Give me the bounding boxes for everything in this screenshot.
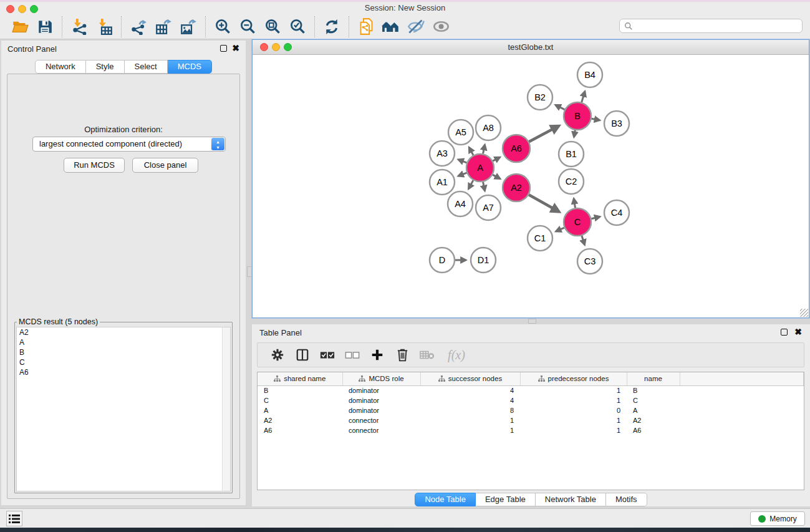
table-header-row[interactable]: shared nameMCDS rolesuccessor nodesprede… xyxy=(258,372,804,385)
import-table-icon[interactable] xyxy=(94,17,114,37)
show-network-overview-icon[interactable] xyxy=(431,17,451,37)
search-input[interactable] xyxy=(636,22,792,31)
tab-network-table[interactable]: Network Table xyxy=(536,493,606,506)
graph-edge-C-C1[interactable] xyxy=(556,228,564,231)
graph-edge-A6-B[interactable] xyxy=(529,126,559,142)
export-image-icon[interactable] xyxy=(178,17,198,37)
tab-motifs[interactable]: Motifs xyxy=(606,493,647,506)
open-file-icon[interactable] xyxy=(10,17,30,37)
float-panel-icon[interactable] xyxy=(220,45,227,52)
export-network-icon[interactable] xyxy=(128,17,148,37)
graph-edge-A-A6[interactable] xyxy=(493,157,499,161)
graph-node-D[interactable]: D xyxy=(430,248,455,273)
graph-edge-B-B4[interactable] xyxy=(582,92,585,102)
tab-node-table[interactable]: Node Table xyxy=(415,493,476,506)
mcds-result-item[interactable]: B xyxy=(17,347,230,357)
criterion-dropdown[interactable]: largest connected component (directed) ▲… xyxy=(32,137,226,152)
float-table-panel-icon[interactable] xyxy=(781,329,788,336)
search-field[interactable] xyxy=(619,19,803,33)
column-settings-icon[interactable] xyxy=(268,346,287,364)
graph-node-A5[interactable]: A5 xyxy=(448,120,473,145)
resize-grip-icon[interactable] xyxy=(800,309,808,317)
table-row[interactable]: Adominator80A xyxy=(258,405,804,415)
graph-edge-C-C4[interactable] xyxy=(591,216,600,218)
graph-node-C2[interactable]: C2 xyxy=(559,169,584,194)
graph-node-A2[interactable]: A2 xyxy=(503,174,530,201)
table-row[interactable]: Bdominator41B xyxy=(258,385,804,395)
graph-edge-A-A8[interactable] xyxy=(483,145,485,153)
graph-node-B2[interactable]: B2 xyxy=(528,85,552,110)
close-panel-icon[interactable]: ✖ xyxy=(232,43,239,53)
export-table-icon[interactable] xyxy=(153,17,173,37)
graph-edge-C-C3[interactable] xyxy=(582,236,585,245)
graph-edge-A-A7[interactable] xyxy=(483,182,485,191)
network-graph-canvas[interactable]: B4B2BB3A8A5A6A3B1AA1C2A2A4A7C4CC1DD1C3 xyxy=(253,55,809,317)
refresh-icon[interactable] xyxy=(322,17,342,37)
mcds-result-item[interactable]: A2 xyxy=(17,327,230,337)
show-all-panels-icon[interactable] xyxy=(381,17,401,37)
zoom-fit-icon[interactable] xyxy=(263,17,282,37)
column-header-successor-nodes[interactable]: successor nodes xyxy=(420,372,520,385)
column-header-shared-name[interactable]: shared name xyxy=(258,372,342,385)
deselect-all-columns-icon[interactable] xyxy=(343,346,362,364)
graph-edge-B-B2[interactable] xyxy=(556,105,565,109)
graph-node-C[interactable]: C xyxy=(564,208,591,236)
table-row[interactable]: A6connector11A6 xyxy=(258,425,804,435)
tab-edge-table[interactable]: Edge Table xyxy=(476,493,536,506)
graph-edge-B-B3[interactable] xyxy=(592,118,600,120)
graph-node-C1[interactable]: C1 xyxy=(528,226,552,251)
graph-node-A6[interactable]: A6 xyxy=(503,135,530,162)
graph-edge-A-A1[interactable] xyxy=(458,173,466,176)
graph-node-B4[interactable]: B4 xyxy=(577,62,602,87)
table-row[interactable]: A2connector11A2 xyxy=(258,415,804,425)
graph-node-D1[interactable]: D1 xyxy=(471,248,496,273)
function-builder-icon[interactable]: f(x) xyxy=(443,346,470,364)
duplicate-network-icon[interactable] xyxy=(356,17,376,37)
column-header-name[interactable]: name xyxy=(627,372,680,385)
mcds-result-item[interactable]: C xyxy=(17,357,230,367)
tab-style[interactable]: Style xyxy=(86,60,125,74)
zoom-selected-icon[interactable] xyxy=(287,17,307,37)
graph-node-C3[interactable]: C3 xyxy=(577,249,602,274)
graph-node-C4[interactable]: C4 xyxy=(604,200,629,225)
zoom-in-icon[interactable] xyxy=(213,17,233,37)
graph-edge-A2-C[interactable] xyxy=(529,195,559,211)
import-network-icon[interactable] xyxy=(69,17,89,37)
hide-panels-icon[interactable] xyxy=(406,17,426,37)
add-row-icon[interactable] xyxy=(368,346,387,364)
graph-node-A1[interactable]: A1 xyxy=(430,170,455,195)
graph-edge-A-A4[interactable] xyxy=(468,180,473,189)
task-history-button[interactable] xyxy=(6,511,22,526)
memory-button[interactable]: Memory xyxy=(750,511,805,526)
close-panel-button[interactable]: Close panel xyxy=(132,158,198,173)
save-session-icon[interactable] xyxy=(35,17,55,37)
graph-edge-C-C2[interactable] xyxy=(574,198,575,208)
network-window-titlebar[interactable]: testGlobe.txt xyxy=(253,40,809,55)
column-header-predecessor-nodes[interactable]: predecessor nodes xyxy=(520,372,627,385)
graph-node-A8[interactable]: A8 xyxy=(476,115,501,140)
select-all-columns-icon[interactable] xyxy=(318,346,337,364)
vertical-divider-handle[interactable] xyxy=(247,266,252,277)
graph-node-A4[interactable]: A4 xyxy=(448,191,473,216)
table-row[interactable]: Cdominator41C xyxy=(258,395,804,405)
delete-row-icon[interactable] xyxy=(393,346,412,364)
run-mcds-button[interactable]: Run MCDS xyxy=(64,158,125,173)
delete-table-icon[interactable] xyxy=(418,346,436,364)
graph-node-A[interactable]: A xyxy=(466,154,494,181)
graph-edge-A-A3[interactable] xyxy=(458,160,466,163)
tab-select[interactable]: Select xyxy=(125,60,168,74)
mcds-result-item[interactable]: A xyxy=(17,337,230,347)
graph-edge-B-B1[interactable] xyxy=(574,130,575,137)
show-column-panel-icon[interactable] xyxy=(293,346,312,364)
graph-node-A7[interactable]: A7 xyxy=(476,195,501,220)
zoom-out-icon[interactable] xyxy=(238,17,258,37)
graph-edge-A-A2[interactable] xyxy=(493,175,500,178)
close-table-panel-icon[interactable]: ✖ xyxy=(794,327,802,337)
column-header-MCDS-role[interactable]: MCDS role xyxy=(342,372,420,385)
horizontal-divider-handle[interactable] xyxy=(528,319,536,324)
graph-node-B3[interactable]: B3 xyxy=(604,111,629,136)
tab-mcds[interactable]: MCDS xyxy=(168,60,212,74)
graph-node-B[interactable]: B xyxy=(564,102,591,130)
tab-network[interactable]: Network xyxy=(35,60,86,74)
scrollbar-track[interactable] xyxy=(222,327,230,491)
